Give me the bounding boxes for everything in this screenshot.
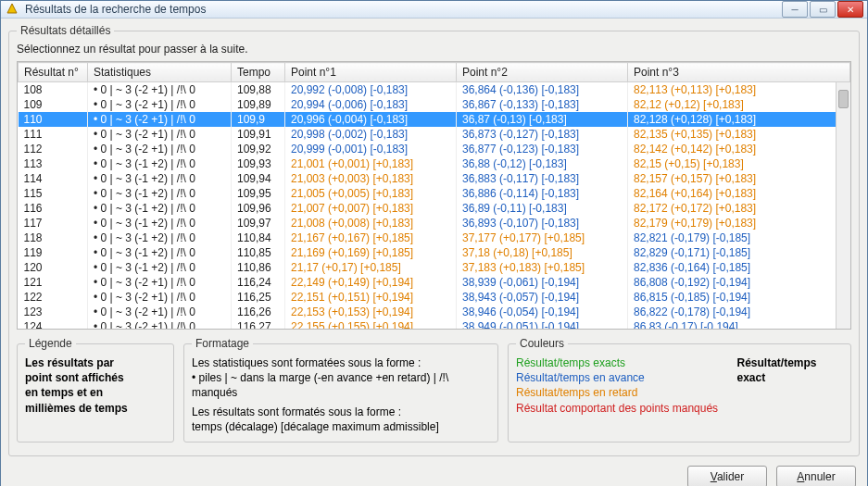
table-cell: 20,994 (-0,006) [-0,183]	[285, 97, 457, 112]
format-l4: temps (décalage) [décalage maximum admis…	[192, 419, 490, 434]
table-row[interactable]: 113• 0 | ~ 3 (-1 +2) | /!\ 0109,9321,001…	[19, 156, 850, 171]
table-row[interactable]: 112• 0 | ~ 3 (-2 +1) | /!\ 0109,9220,999…	[19, 142, 850, 156]
table-row[interactable]: 109• 0 | ~ 3 (-2 +1) | /!\ 0109,8920,994…	[19, 97, 850, 112]
table-cell: 109,94	[232, 171, 285, 186]
table-cell: 38,949 (-0,051) [-0,194]	[457, 319, 628, 330]
table-cell: 82,164 (+0,164) [+0,183]	[628, 186, 850, 201]
table-cell: 20,999 (-0,001) [-0,183]	[285, 142, 457, 156]
color-avance: Résultat/temps en avance	[516, 370, 736, 385]
table-cell: 116,26	[232, 305, 285, 319]
table-row[interactable]: 108• 0 | ~ 3 (-2 +1) | /!\ 0109,8820,992…	[19, 82, 850, 98]
table-cell: 38,939 (-0,061) [-0,194]	[457, 275, 628, 290]
table-cell: 21,167 (+0,167) [+0,185]	[285, 231, 457, 245]
table-row[interactable]: 111• 0 | ~ 3 (-2 +1) | /!\ 0109,9120,998…	[19, 127, 850, 142]
table-cell: 22,153 (+0,153) [+0,194]	[285, 305, 457, 319]
table-cell: 110,84	[232, 231, 285, 245]
table-cell: 37,177 (+0,177) [+0,185]	[457, 231, 628, 245]
table-row[interactable]: 119• 0 | ~ 3 (-1 +2) | /!\ 0110,8521,169…	[19, 245, 850, 260]
col-point2[interactable]: Point n°2	[457, 63, 628, 82]
table-cell: 36,893 (-0,107) [-0,183]	[457, 216, 628, 231]
results-table-wrap: Résultat n° Statistiques Tempo Point n°1…	[17, 61, 851, 330]
table-cell: 36,864 (-0,136) [-0,183]	[457, 82, 628, 98]
color-retard: Résultat/temps en retard	[516, 385, 736, 400]
vertical-scrollbar[interactable]	[836, 82, 850, 329]
instruction-text: Sélectionnez un résultat pour passer à l…	[17, 43, 851, 56]
table-cell: 82,142 (+0,142) [+0,183]	[628, 142, 850, 156]
table-cell: 109,92	[232, 142, 285, 156]
col-tempo[interactable]: Tempo	[232, 63, 285, 82]
window-frame: Résultats de la recherche de tempos ─ ▭ …	[0, 0, 868, 486]
group-formatage-title: Formatage	[192, 337, 253, 350]
table-cell: 82,113 (+0,113) [+0,183]	[628, 82, 850, 98]
color-right-label: Résultat/temps exact	[736, 355, 843, 416]
ok-button[interactable]: Valider	[687, 466, 767, 486]
table-cell: 21,001 (+0,001) [+0,183]	[285, 156, 457, 171]
table-cell: 109,93	[232, 156, 285, 171]
table-cell: 36,873 (-0,127) [-0,183]	[457, 127, 628, 142]
table-cell: 115	[19, 186, 88, 201]
table-cell: 82,12 (+0,12) [+0,183]	[628, 97, 850, 112]
table-cell: 37,18 (+0,18) [+0,185]	[457, 245, 628, 260]
table-cell: • 0 | ~ 3 (-1 +2) | /!\ 0	[88, 245, 232, 260]
col-stats[interactable]: Statistiques	[88, 63, 232, 82]
table-cell: 109,88	[232, 82, 285, 98]
table-cell: • 0 | ~ 3 (-2 +1) | /!\ 0	[88, 290, 232, 305]
table-cell: 119	[19, 245, 88, 260]
close-button[interactable]: ✕	[837, 1, 863, 18]
titlebar[interactable]: Résultats de la recherche de tempos ─ ▭ …	[1, 1, 867, 19]
table-cell: 82,821 (-0,179) [-0,185]	[628, 231, 850, 245]
table-cell: • 0 | ~ 3 (-1 +2) | /!\ 0	[88, 156, 232, 171]
table-row[interactable]: 122• 0 | ~ 3 (-2 +1) | /!\ 0116,2522,151…	[19, 290, 850, 305]
table-row[interactable]: 121• 0 | ~ 3 (-2 +1) | /!\ 0116,2422,149…	[19, 275, 850, 290]
table-cell: 36,88 (-0,12) [-0,183]	[457, 156, 628, 171]
table-row[interactable]: 116• 0 | ~ 3 (-1 +2) | /!\ 0109,9621,007…	[19, 201, 850, 216]
table-cell: 82,836 (-0,164) [-0,185]	[628, 260, 850, 275]
table-row[interactable]: 118• 0 | ~ 3 (-1 +2) | /!\ 0110,8421,167…	[19, 231, 850, 245]
maximize-button[interactable]: ▭	[810, 1, 836, 18]
table-cell: • 0 | ~ 3 (-2 +1) | /!\ 0	[88, 82, 232, 98]
table-row[interactable]: 123• 0 | ~ 3 (-2 +1) | /!\ 0116,2622,153…	[19, 305, 850, 319]
col-point1[interactable]: Point n°1	[285, 63, 457, 82]
table-cell: 20,992 (-0,008) [-0,183]	[285, 82, 457, 98]
table-cell: 82,128 (+0,128) [+0,183]	[628, 112, 850, 127]
group-couleurs: Couleurs Résultat/temps exacts Résultat/…	[508, 337, 851, 442]
table-cell: 108	[19, 82, 88, 98]
table-row[interactable]: 120• 0 | ~ 3 (-1 +2) | /!\ 0110,8621,17 …	[19, 260, 850, 275]
color-manque: Résultat comportant des points manqués	[516, 401, 736, 416]
table-cell: 21,17 (+0,17) [+0,185]	[285, 260, 457, 275]
table-cell: • 0 | ~ 3 (-1 +2) | /!\ 0	[88, 201, 232, 216]
table-cell: 82,135 (+0,135) [+0,183]	[628, 127, 850, 142]
table-row[interactable]: 117• 0 | ~ 3 (-1 +2) | /!\ 0109,9721,008…	[19, 216, 850, 231]
results-table[interactable]: Résultat n° Statistiques Tempo Point n°1…	[18, 62, 850, 330]
scroll-thumb[interactable]	[838, 90, 849, 108]
legend-line4: millièmes de temps	[25, 401, 166, 416]
table-cell: 117	[19, 216, 88, 231]
table-cell: 22,151 (+0,151) [+0,194]	[285, 290, 457, 305]
cancel-button[interactable]: Annuler	[776, 466, 856, 486]
table-cell: • 0 | ~ 3 (-2 +1) | /!\ 0	[88, 127, 232, 142]
table-cell: 112	[19, 142, 88, 156]
table-cell: 20,996 (-0,004) [-0,183]	[285, 112, 457, 127]
table-cell: 116,24	[232, 275, 285, 290]
table-row[interactable]: 114• 0 | ~ 3 (-1 +2) | /!\ 0109,9421,003…	[19, 171, 850, 186]
format-l3: Les résultats sont formatés sous la form…	[192, 405, 490, 419]
col-point3[interactable]: Point n°3	[628, 63, 850, 82]
table-row[interactable]: 110• 0 | ~ 3 (-2 +1) | /!\ 0109,920,996 …	[19, 112, 850, 127]
minimize-button[interactable]: ─	[782, 1, 808, 18]
group-legend: Légende Les résultats par point sont aff…	[17, 337, 174, 442]
table-cell: • 0 | ~ 3 (-2 +1) | /!\ 0	[88, 97, 232, 112]
table-cell: 86,822 (-0,178) [-0,194]	[628, 305, 850, 319]
table-cell: 122	[19, 290, 88, 305]
table-cell: • 0 | ~ 3 (-2 +1) | /!\ 0	[88, 142, 232, 156]
table-cell: 109	[19, 97, 88, 112]
table-cell: 109,96	[232, 201, 285, 216]
window-title: Résultats de la recherche de tempos	[25, 3, 782, 16]
table-row[interactable]: 124• 0 | ~ 3 (-2 +1) | /!\ 0116,2722,155…	[19, 319, 850, 330]
legend-line1: Les résultats par	[25, 355, 166, 370]
col-result-no[interactable]: Résultat n°	[19, 63, 88, 82]
table-cell: 116,25	[232, 290, 285, 305]
legend-line3: en temps et en	[25, 385, 166, 400]
table-cell: 116,27	[232, 319, 285, 330]
table-cell: 36,877 (-0,123) [-0,183]	[457, 142, 628, 156]
table-row[interactable]: 115• 0 | ~ 3 (-1 +2) | /!\ 0109,9521,005…	[19, 186, 850, 201]
